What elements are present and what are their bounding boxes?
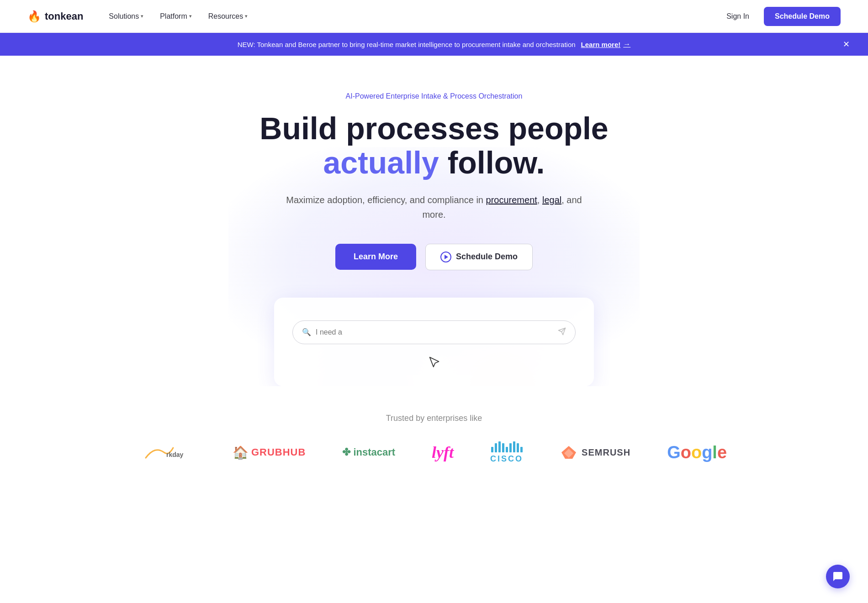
legal-link[interactable]: legal: [542, 195, 561, 205]
search-input-container: 🔍: [292, 320, 576, 344]
grubhub-text: GRUBHUB: [251, 446, 306, 458]
hero-section: AI-Powered Enterprise Intake & Process O…: [0, 56, 868, 386]
svg-text:rkday: rkday: [166, 451, 184, 458]
cisco-bars: [491, 441, 523, 452]
search-icon: 🔍: [302, 328, 311, 336]
hero-demo-card: 🔍: [274, 298, 594, 386]
nav-item-platform[interactable]: Platform ▾: [153, 9, 199, 24]
cursor-area: [292, 355, 576, 368]
google-text: Google: [667, 443, 727, 462]
semrush-text: SEMRUSH: [582, 447, 630, 458]
search-input[interactable]: [316, 328, 553, 336]
hero-badge: AI-Powered Enterprise Intake & Process O…: [346, 92, 523, 100]
procurement-link[interactable]: procurement: [486, 195, 537, 205]
hero-title-end: follow.: [439, 145, 545, 180]
workday-svg: rkday: [141, 443, 196, 461]
nav-label-platform: Platform: [160, 12, 187, 21]
trusted-section: Trusted by enterprises like rkday 🏠 GRUB…: [0, 386, 868, 482]
send-icon: [558, 327, 566, 337]
schedule-demo-outline-button[interactable]: Schedule Demo: [425, 244, 533, 270]
instacart-logo: ✤ instacart: [342, 446, 395, 458]
nav-label-solutions: Solutions: [109, 12, 139, 21]
logo-link[interactable]: 🔥 tonkean: [27, 10, 83, 23]
sign-in-button[interactable]: Sign In: [719, 9, 757, 24]
logo-icon: 🔥: [27, 10, 41, 23]
semrush-icon: [560, 444, 578, 461]
navbar-left: 🔥 tonkean Solutions ▾ Platform ▾ Resourc…: [27, 9, 255, 24]
trusted-label: Trusted by enterprises like: [27, 414, 841, 423]
workday-logo: rkday: [141, 443, 196, 461]
hero-cta: Learn More Schedule Demo: [335, 244, 533, 270]
hero-title-accent: actually: [323, 145, 439, 180]
logo-text: tonkean: [45, 10, 83, 22]
nav-label-resources: Resources: [208, 12, 243, 21]
cisco-logo: CISCO: [490, 441, 523, 464]
banner-arrow-icon: →: [623, 40, 630, 48]
play-triangle: [445, 255, 448, 259]
banner-learn-more-link[interactable]: Learn more! →: [581, 40, 631, 48]
hero-demo-card-wrapper: 🔍: [206, 298, 662, 386]
logos-row: rkday 🏠 GRUBHUB ✤ instacart lyft: [27, 441, 841, 464]
cursor-icon: [428, 355, 440, 368]
navbar: 🔥 tonkean Solutions ▾ Platform ▾ Resourc…: [0, 0, 868, 33]
navbar-right: Sign In Schedule Demo: [719, 7, 841, 26]
grubhub-logo: 🏠 GRUBHUB: [233, 445, 306, 460]
lyft-text: lyft: [432, 443, 454, 462]
schedule-demo-button-nav[interactable]: Schedule Demo: [764, 7, 841, 26]
play-icon: [440, 252, 451, 262]
hero-title: Build processes people actually follow.: [206, 111, 662, 180]
semrush-logo: SEMRUSH: [560, 444, 630, 461]
chevron-down-icon: ▾: [141, 13, 143, 19]
chevron-down-icon: ▾: [189, 13, 192, 19]
cisco-text: CISCO: [490, 454, 523, 464]
grubhub-icon: 🏠: [233, 445, 249, 460]
announcement-banner: NEW: Tonkean and Beroe partner to bring …: [0, 33, 868, 56]
banner-text: NEW: Tonkean and Beroe partner to bring …: [238, 41, 576, 48]
lyft-logo: lyft: [432, 443, 454, 462]
instacart-icon: ✤: [342, 446, 350, 458]
chat-icon: [832, 571, 843, 582]
instacart-text: instacart: [353, 446, 395, 458]
learn-more-button[interactable]: Learn More: [335, 244, 416, 270]
chevron-down-icon: ▾: [245, 13, 248, 19]
google-logo: Google: [667, 443, 727, 462]
nav-item-solutions[interactable]: Solutions ▾: [101, 9, 151, 24]
hero-title-start: Build processes people: [259, 111, 608, 146]
nav-links: Solutions ▾ Platform ▾ Resources ▾: [101, 9, 255, 24]
nav-item-resources[interactable]: Resources ▾: [201, 9, 255, 24]
chat-bubble-button[interactable]: [826, 565, 850, 588]
hero-content-area: AI-Powered Enterprise Intake & Process O…: [206, 92, 662, 386]
hero-subtitle: Maximize adoption, efficiency, and compl…: [279, 193, 589, 222]
banner-close-button[interactable]: ✕: [843, 39, 850, 49]
